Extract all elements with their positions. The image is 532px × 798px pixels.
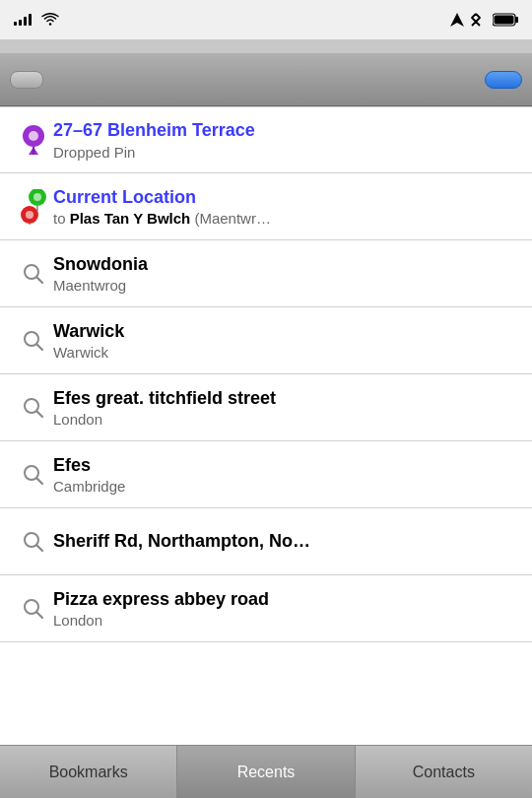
tab-item-contacts[interactable]: Contacts <box>356 746 532 798</box>
item-subtitle: Dropped Pin <box>53 144 518 161</box>
battery-icon <box>493 13 518 27</box>
item-subtitle: Warwick <box>53 344 518 361</box>
item-text: Pizza express abbey road London <box>53 588 518 629</box>
list-item[interactable]: Warwick Warwick <box>0 307 532 374</box>
tab-item-recents[interactable]: Recents <box>177 746 355 798</box>
recents-list: 27–67 Blenheim Terrace Dropped Pin Curre… <box>0 106 532 747</box>
svg-marker-0 <box>450 13 464 27</box>
done-button[interactable] <box>485 71 522 89</box>
item-title: Warwick <box>53 320 518 343</box>
svg-point-9 <box>33 193 41 201</box>
search-icon <box>14 464 53 486</box>
pin-purple-icon <box>14 125 53 155</box>
item-subtitle: Cambridge <box>53 478 518 495</box>
search-icon <box>14 330 53 352</box>
list-item[interactable]: Efes Cambridge <box>0 441 532 508</box>
bluetooth-icon <box>469 13 483 27</box>
svg-rect-3 <box>495 16 514 25</box>
item-subtitle: London <box>53 411 518 428</box>
header-bar <box>0 53 532 106</box>
list-item[interactable]: Pizza express abbey road London <box>0 575 532 642</box>
list-item[interactable]: Current Location to Plas Tan Y Bwlch (Ma… <box>0 173 532 240</box>
item-title: Efes <box>53 454 518 477</box>
item-subtitle: Maentwrog <box>53 277 518 294</box>
search-icon <box>14 598 53 620</box>
signal-icon <box>14 14 32 26</box>
location-icon <box>450 13 464 27</box>
item-text: Snowdonia Maentwrog <box>53 253 518 294</box>
route-pins-icon <box>14 189 53 225</box>
svg-line-25 <box>37 612 43 618</box>
choose-label <box>0 39 532 53</box>
list-item[interactable]: Efes great. titchfield street London <box>0 374 532 441</box>
svg-point-12 <box>26 211 33 219</box>
item-title: Efes great. titchfield street <box>53 387 518 410</box>
item-title: Snowdonia <box>53 253 518 276</box>
item-title: Sheriff Rd, Northampton, No… <box>53 530 518 553</box>
svg-point-5 <box>29 131 38 141</box>
svg-line-15 <box>37 277 43 283</box>
item-text: Efes Cambridge <box>53 454 518 495</box>
item-subtitle: London <box>53 612 518 629</box>
item-title: 27–67 Blenheim Terrace <box>53 119 518 142</box>
list: 27–67 Blenheim Terrace Dropped Pin Curre… <box>0 106 532 642</box>
search-icon <box>14 263 53 285</box>
list-item[interactable]: Snowdonia Maentwrog <box>0 240 532 307</box>
status-bar <box>0 0 532 39</box>
status-left <box>14 13 59 27</box>
tab-item-bookmarks[interactable]: Bookmarks <box>0 746 177 798</box>
search-icon <box>14 531 53 553</box>
svg-line-19 <box>37 411 43 417</box>
item-title: Pizza express abbey road <box>53 588 518 611</box>
item-text: 27–67 Blenheim Terrace Dropped Pin <box>53 119 518 160</box>
svg-line-21 <box>37 478 43 484</box>
svg-line-23 <box>37 545 43 551</box>
item-subtitle: to Plas Tan Y Bwlch (Maentwr… <box>53 210 518 227</box>
search-icon <box>14 397 53 419</box>
tab-bar: BookmarksRecentsContacts <box>0 745 532 798</box>
list-item[interactable]: Sheriff Rd, Northampton, No… <box>0 508 532 575</box>
list-item[interactable]: 27–67 Blenheim Terrace Dropped Pin <box>0 106 532 173</box>
item-title: Current Location <box>53 186 518 209</box>
item-text: Current Location to Plas Tan Y Bwlch (Ma… <box>53 186 518 227</box>
wifi-icon <box>41 13 59 27</box>
item-text: Warwick Warwick <box>53 320 518 361</box>
svg-rect-2 <box>515 17 518 23</box>
status-right <box>450 13 518 27</box>
svg-line-17 <box>37 344 43 350</box>
item-text: Efes great. titchfield street London <box>53 387 518 428</box>
clear-button[interactable] <box>10 71 43 89</box>
item-text: Sheriff Rd, Northampton, No… <box>53 530 518 553</box>
